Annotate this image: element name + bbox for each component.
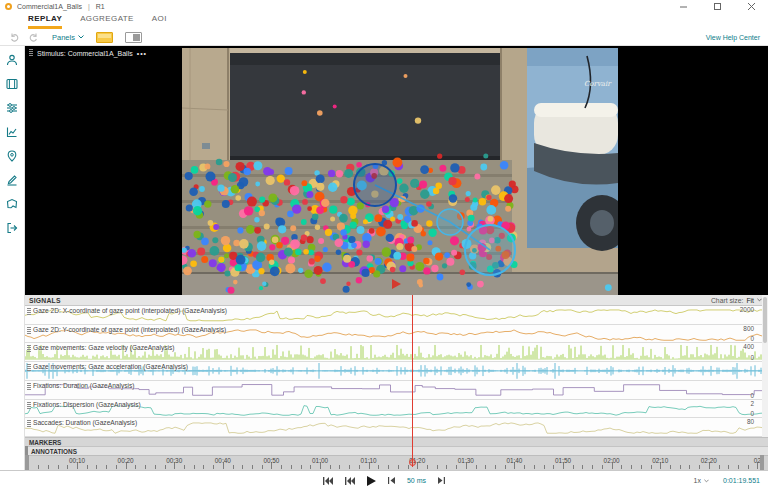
chevron-down-icon <box>704 479 709 483</box>
aoi-shape-icon[interactable] <box>6 197 19 210</box>
ruler-tick <box>388 465 389 469</box>
ruler-tick <box>651 465 652 469</box>
annotate-pen-icon[interactable] <box>6 173 19 186</box>
drag-handle-icon[interactable] <box>27 383 31 391</box>
participant-icon[interactable] <box>6 53 19 66</box>
ruler-tick <box>135 465 136 469</box>
chart-size-dropdown[interactable]: Chart size: Fit <box>711 297 762 304</box>
previous-event-button[interactable] <box>345 477 355 485</box>
layout-vertical-toggle[interactable] <box>125 32 142 43</box>
annotations-grip[interactable] <box>25 446 28 455</box>
ruler-tick <box>87 465 88 469</box>
panels-dropdown[interactable]: Panels <box>52 33 84 42</box>
timeline-start-handle[interactable] <box>25 455 29 470</box>
ruler-tick <box>408 465 409 469</box>
chart-size-label: Chart size: <box>711 297 743 304</box>
ruler-tick <box>38 465 39 469</box>
gaze-point-dot <box>437 274 444 281</box>
ruler-tick <box>748 465 749 469</box>
signal-label: Fixations: Duration (GazeAnalysis) <box>33 382 135 389</box>
ruler-tick <box>58 465 59 469</box>
signal-scale-min: 0 <box>750 410 754 417</box>
signal-row[interactable]: Gaze 2D: X-coordinate of gaze point (int… <box>25 306 768 325</box>
step-size-label[interactable]: 50 ms <box>407 477 426 484</box>
ruler-tick <box>378 465 379 469</box>
playhead-knob[interactable] <box>409 459 416 466</box>
metrics-chart-icon[interactable] <box>6 125 19 138</box>
playhead-line[interactable] <box>412 295 413 467</box>
tab-aggregate[interactable]: AGGREGATE <box>80 14 134 29</box>
help-center-link[interactable]: View Help Center <box>706 34 760 41</box>
ruler-tick <box>145 465 146 469</box>
signals-scrollbar[interactable] <box>762 295 768 437</box>
ruler-tick <box>349 465 350 469</box>
settings-sliders-icon[interactable] <box>6 101 19 114</box>
play-button[interactable] <box>367 476 376 486</box>
timeline-ruler[interactable]: 00:1000:2000:3000:4000:5001:0001:1001:20… <box>25 455 768 470</box>
ruler-tick <box>476 465 477 469</box>
signal-row[interactable]: Gaze movements: Gaze acceleration (GazeA… <box>25 362 768 381</box>
ruler-tick <box>534 465 535 469</box>
stimulus-label-row: Stimulus: Commercial1A_Balls ••• <box>29 49 147 57</box>
ruler-tick <box>573 465 574 469</box>
layout-horizontal-toggle[interactable] <box>96 32 113 43</box>
ruler-tick <box>524 465 525 469</box>
window-title: Commercial1A_Balls <box>17 3 82 10</box>
toolbar: Panels View Help Center <box>0 29 768 46</box>
markers-section-header: MARKERS <box>25 437 768 446</box>
drag-handle-icon[interactable] <box>29 49 33 57</box>
step-back-button[interactable] <box>388 477 395 484</box>
ruler-tick-label: 01:50 <box>555 457 571 464</box>
signal-row[interactable]: Fixations: Dispersion (GazeAnalysis) 2 0 <box>25 400 768 419</box>
recordings-icon[interactable] <box>6 77 19 90</box>
export-icon[interactable] <box>6 221 19 234</box>
ruler-tick <box>310 465 311 469</box>
close-button[interactable] <box>734 0 768 12</box>
drag-handle-icon[interactable] <box>27 327 31 335</box>
signal-row[interactable]: Gaze movements: Gaze velocity (GazeAnaly… <box>25 343 768 362</box>
ruler-tick <box>262 465 263 469</box>
timeline-end-handle[interactable] <box>760 455 764 470</box>
ruler-tick <box>165 465 166 469</box>
ruler-tick <box>106 465 107 469</box>
stimulus-menu-icon[interactable]: ••• <box>137 50 147 57</box>
redo-icon[interactable] <box>29 33 38 42</box>
tab-aoi[interactable]: AOI <box>152 14 167 29</box>
ruler-tick <box>184 465 185 469</box>
ruler-tick <box>544 465 545 469</box>
ruler-tick <box>359 465 360 469</box>
ruler-tick <box>116 465 117 469</box>
drag-handle-icon[interactable] <box>27 420 31 428</box>
undo-icon[interactable] <box>10 33 19 42</box>
drag-handle-icon[interactable] <box>27 345 31 353</box>
ruler-tick-label: 00:30 <box>166 457 182 464</box>
ruler-tick <box>592 465 593 469</box>
skip-to-start-button[interactable] <box>323 477 333 485</box>
minimize-button[interactable] <box>666 0 700 12</box>
map-pin-icon[interactable] <box>6 149 19 162</box>
playback-speed-dropdown[interactable]: 1x <box>694 477 709 484</box>
video-replay-area[interactable]: Stimulus: Commercial1A_Balls ••• <box>25 46 768 295</box>
ruler-tick <box>252 465 253 469</box>
scrollbar-thumb[interactable] <box>763 297 767 343</box>
app-icon <box>5 3 12 10</box>
signal-scale-max: 2000 <box>740 306 754 313</box>
maximize-button[interactable] <box>700 0 734 12</box>
drag-handle-icon[interactable] <box>27 402 31 410</box>
signal-row[interactable]: Saccades: Duration (GazeAnalysis) 80 <box>25 418 768 437</box>
ruler-tick <box>680 465 681 469</box>
signal-row[interactable]: Gaze 2D: Y-coordinate of gaze point (int… <box>25 325 768 344</box>
ruler-tick <box>495 465 496 469</box>
scene-doorway <box>230 53 500 163</box>
ruler-tick-label: 02:20 <box>701 457 717 464</box>
ruler-tick <box>291 465 292 469</box>
step-forward-button[interactable] <box>438 477 445 484</box>
tab-replay[interactable]: REPLAY <box>28 14 62 29</box>
ruler-tick-label: 01:10 <box>361 457 377 464</box>
ruler-tick <box>456 465 457 469</box>
drag-handle-icon[interactable] <box>27 308 31 316</box>
ruler-tick <box>553 465 554 469</box>
drag-handle-icon[interactable] <box>27 364 31 372</box>
signal-row[interactable]: Fixations: Duration (GazeAnalysis) 0 <box>25 381 768 400</box>
ruler-tick <box>242 465 243 469</box>
